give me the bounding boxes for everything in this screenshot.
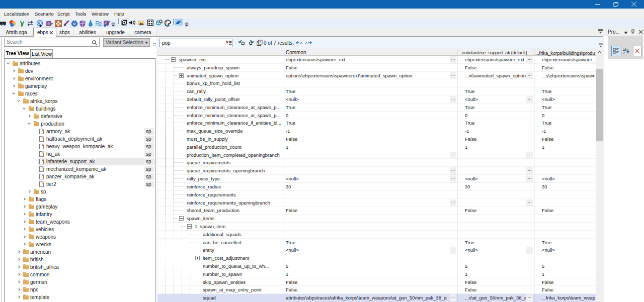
svg-text:Z: Z [623, 51, 625, 55]
